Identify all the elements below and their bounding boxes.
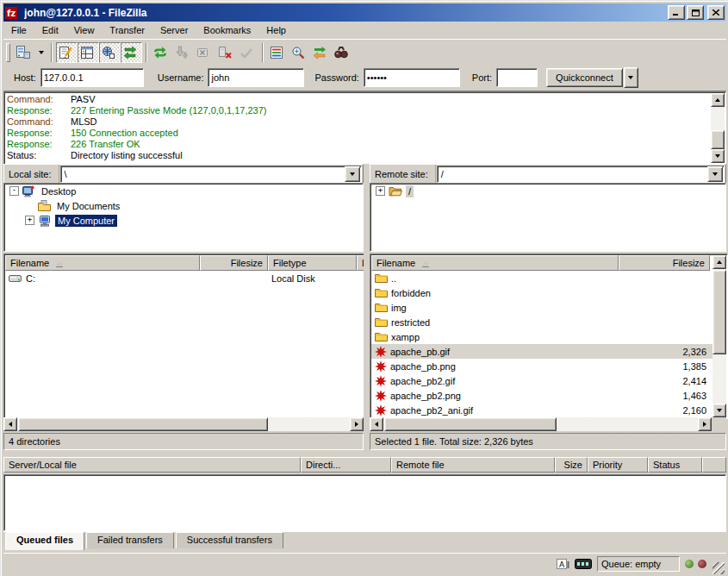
site-manager-button[interactable] [14, 42, 35, 63]
queue-column-header-status[interactable]: Status [648, 457, 702, 473]
queue-column-header-size[interactable]: Size [555, 457, 588, 473]
queue-column-header-server-local-file[interactable]: Server/Local file [3, 457, 301, 473]
local-site-combo[interactable]: \ [60, 166, 362, 183]
directory-filter-button[interactable] [267, 42, 289, 63]
reconnect-button[interactable] [237, 42, 258, 63]
menu-edit[interactable]: Edit [34, 23, 66, 37]
pane-splitter[interactable] [364, 164, 370, 452]
site-manager-dropdown-button[interactable] [35, 42, 47, 63]
remote-list-hscrollbar[interactable] [370, 417, 712, 431]
minimize-button[interactable] [668, 5, 685, 20]
filename-cell: .. [371, 273, 619, 284]
tree-expander[interactable]: - [9, 186, 19, 196]
scroll-up-button[interactable] [711, 93, 725, 107]
remote-file-row[interactable]: apache_pb2_ani.gif2,160 [371, 403, 712, 417]
local-column-header-filename[interactable]: Filename [5, 255, 200, 271]
close-button[interactable] [707, 5, 725, 20]
tab-queued-files[interactable]: Queued files [5, 532, 84, 550]
toggle-local-tree-button[interactable] [78, 42, 99, 63]
port-input[interactable] [496, 68, 538, 87]
remote-tree-item[interactable]: +/ [370, 184, 725, 198]
username-input[interactable] [208, 68, 304, 87]
remote-list-vscrollbar[interactable] [712, 255, 726, 417]
local-tree-item[interactable]: +My Computer [4, 213, 363, 228]
tab-successful-transfers[interactable]: Successful transfers [176, 532, 283, 548]
toggle-transfer-queue-button[interactable] [121, 42, 142, 63]
tree-expander[interactable]: + [25, 216, 34, 225]
remote-file-row[interactable]: img [371, 300, 712, 315]
directory-comparison-button[interactable] [289, 42, 310, 63]
password-label: Password: [314, 72, 358, 83]
remote-column-header-filename[interactable]: Filename [371, 255, 619, 271]
remote-file-row[interactable]: xampp [371, 329, 712, 344]
scroll-down-button[interactable] [712, 404, 726, 417]
scroll-thumb[interactable] [384, 417, 557, 431]
tree-expander[interactable]: + [376, 186, 385, 196]
local-column-header-l[interactable]: L [357, 255, 364, 271]
toggle-remote-tree-button[interactable] [99, 42, 121, 63]
scroll-up-button[interactable] [712, 255, 726, 269]
scroll-thumb[interactable] [18, 417, 268, 431]
local-tree-item[interactable]: -Desktop [4, 184, 363, 198]
scroll-thumb[interactable] [711, 130, 725, 149]
tab-failed-transfers[interactable]: Failed transfers [86, 532, 174, 548]
image-file-icon [375, 375, 387, 387]
queue-column-header-remote-file[interactable]: Remote file [391, 457, 555, 473]
toolbar-grip[interactable] [6, 43, 10, 62]
remote-file-row[interactable]: apache_pb.png1,385 [371, 359, 712, 373]
local-tree-item[interactable]: My Documents [4, 198, 363, 213]
local-column-header-filetype[interactable]: Filetype [268, 255, 357, 271]
encryption-indicator[interactable] [575, 559, 592, 569]
filename-cell: restricted [371, 317, 619, 328]
folder-icon [375, 332, 388, 342]
menu-bookmarks[interactable]: Bookmarks [196, 23, 258, 37]
local-column-header-filesize[interactable]: Filesize [200, 255, 268, 271]
maximize-button[interactable] [687, 5, 704, 20]
local-site-dropdown-button[interactable] [345, 166, 360, 182]
password-input[interactable] [364, 68, 460, 87]
remote-file-row[interactable]: .. [371, 271, 712, 285]
local-list-header: FilenameFilesizeFiletypeL [5, 255, 364, 271]
remote-column-header-filesize[interactable]: Filesize [619, 255, 710, 271]
remote-site-combo[interactable]: / [437, 166, 725, 183]
process-queue-button[interactable] [172, 42, 194, 63]
local-file-row[interactable]: C:Local Disk [5, 271, 364, 285]
remote-file-row[interactable]: forbidden [371, 285, 712, 300]
menu-view[interactable]: View [66, 23, 103, 37]
cancel-button[interactable] [194, 42, 215, 63]
data-type-indicator[interactable]: A [557, 558, 569, 570]
remote-file-row[interactable]: restricted [371, 315, 712, 329]
filename-text: apache_pb2_ani.gif [390, 405, 473, 416]
filezilla-logo-icon: fz [5, 7, 17, 19]
find-files-button[interactable] [332, 42, 353, 63]
scroll-down-button[interactable] [711, 149, 725, 163]
queue-column-header-priority[interactable]: Priority [588, 457, 648, 473]
menu-transfer[interactable]: Transfer [102, 23, 152, 37]
remote-file-row[interactable]: apache_pb2.gif2,414 [371, 373, 712, 388]
menu-server[interactable]: Server [152, 23, 196, 37]
remote-file-row[interactable]: apache_pb2.png1,463 [371, 388, 712, 403]
disconnect-button[interactable] [215, 42, 237, 63]
resize-grip[interactable] [712, 562, 725, 574]
scroll-right-button[interactable] [350, 417, 364, 431]
scroll-thumb[interactable] [712, 270, 726, 354]
local-list-hscrollbar[interactable] [3, 417, 364, 431]
host-input[interactable] [40, 68, 144, 87]
scroll-right-button[interactable] [698, 417, 712, 431]
queue-column-header-directi-[interactable]: Directi... [301, 457, 391, 473]
tree-item-label: / [406, 185, 414, 197]
menu-file[interactable]: File [3, 23, 34, 37]
refresh-button[interactable] [151, 42, 172, 63]
remote-site-dropdown-button[interactable] [707, 166, 723, 182]
menu-help[interactable]: Help [258, 23, 294, 37]
message-log-vscrollbar[interactable] [711, 93, 725, 163]
tree-item-label: My Documents [54, 200, 122, 212]
scroll-left-button[interactable] [3, 417, 17, 431]
log-line: Response:226 Transfer OK [7, 139, 708, 150]
quickconnect-dropdown-button[interactable] [624, 67, 638, 88]
synchronized-browsing-button[interactable] [310, 42, 332, 63]
toggle-message-log-button[interactable] [56, 42, 78, 63]
scroll-left-button[interactable] [370, 417, 383, 431]
remote-file-row[interactable]: apache_pb.gif2,326 [371, 344, 712, 359]
quickconnect-button[interactable]: Quickconnect [546, 68, 623, 87]
